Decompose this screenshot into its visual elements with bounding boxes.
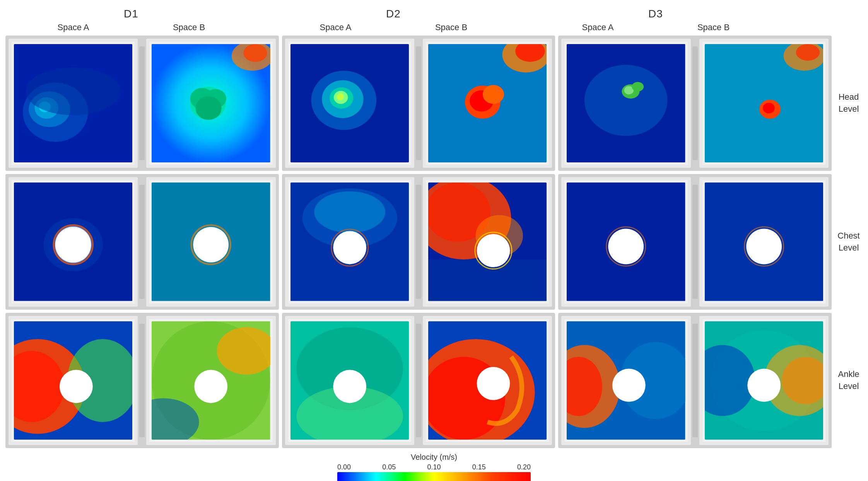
tick-1: 0.05 (382, 463, 396, 471)
heatmap-d3-chest-spaceA (567, 183, 685, 301)
svg-point-31 (632, 82, 644, 92)
svg-point-5 (26, 68, 121, 115)
heatmap-d2-ankle-spaceA (290, 321, 409, 440)
svg-point-26 (483, 85, 504, 104)
d1-space-a-header: Space A (15, 22, 131, 32)
row-label-chest: Chest Level (833, 174, 864, 309)
tick-2: 0.10 (427, 463, 441, 471)
heatmap-d1-ankle-spaceA (14, 321, 132, 440)
colorbar-title: Velocity (m/s) (411, 453, 457, 462)
colorbar-bar (337, 472, 531, 481)
svg-point-37 (763, 103, 775, 114)
heatmap-d2-head-spaceB (428, 44, 547, 162)
heatmap-d1-head-spaceA (14, 44, 132, 162)
heatmap-d1-chest-spaceA (14, 183, 132, 301)
svg-point-94 (747, 368, 781, 402)
group-d3-title: D3 (648, 8, 663, 20)
tick-3: 0.15 (472, 463, 486, 471)
tick-0: 0.00 (337, 463, 351, 471)
svg-point-57 (477, 234, 510, 268)
row-label-head: Head Level (833, 36, 864, 171)
heatmap-d2-chest-spaceA (290, 183, 409, 301)
row-label-ankle: Ankle Level (833, 313, 864, 448)
row-chest: Chest Level (4, 174, 864, 309)
row-ankle: Ankle Level (4, 313, 864, 448)
svg-point-13 (196, 96, 222, 120)
heatmap-d3-head-spaceB (705, 44, 823, 162)
svg-point-63 (746, 229, 782, 264)
d2-space-b-header: Space B (393, 22, 509, 32)
svg-point-19 (337, 93, 343, 100)
svg-point-83 (477, 367, 510, 400)
svg-point-78 (333, 370, 366, 403)
d1-space-b-header: Space B (131, 22, 247, 32)
svg-point-41 (55, 227, 91, 263)
tick-4: 0.20 (517, 463, 531, 471)
heatmap-d1-head-spaceB (152, 44, 270, 162)
svg-point-74 (195, 370, 228, 403)
d3-space-a-header: Space A (540, 22, 656, 32)
colorbar-ticks: 0.00 0.05 0.10 0.15 0.20 (337, 463, 531, 471)
svg-point-9 (244, 44, 267, 62)
heatmap-d3-chest-spaceB (705, 183, 823, 301)
main-container: D1 Space A Space B D2 Space A Space B D3… (0, 0, 868, 481)
heatmap-d1-ankle-spaceB (152, 321, 270, 440)
d3-space-b-header: Space B (656, 22, 771, 32)
heatmap-d3-ankle-spaceB (705, 321, 823, 440)
heatmap-d3-head-spaceA (567, 44, 685, 162)
svg-point-45 (193, 227, 229, 263)
column-headers: D1 Space A Space B D2 Space A Space B D3… (4, 8, 864, 32)
heatmap-d2-chest-spaceB (428, 183, 547, 301)
d2-space-a-header: Space A (278, 22, 393, 32)
svg-point-50 (333, 231, 366, 264)
svg-point-88 (612, 368, 646, 402)
svg-point-28 (584, 65, 667, 136)
colorbar-container: 0.00 0.05 0.10 0.15 0.20 (337, 463, 531, 481)
svg-point-49 (314, 191, 385, 233)
group-d2-title: D2 (386, 8, 401, 20)
svg-point-60 (608, 229, 644, 264)
heatmap-d2-head-spaceA (290, 44, 409, 162)
svg-point-69 (60, 370, 93, 403)
row-head: Head Level (4, 36, 864, 171)
heatmap-d1-chest-spaceB (152, 183, 270, 301)
heatmap-d3-ankle-spaceA (567, 321, 685, 440)
colorbar-section: Velocity (m/s) 0.00 0.05 0.10 0.15 0.20 (337, 453, 531, 481)
group-d1-title: D1 (124, 8, 138, 20)
heatmap-d2-ankle-spaceB (428, 321, 547, 440)
svg-point-35 (796, 44, 820, 61)
